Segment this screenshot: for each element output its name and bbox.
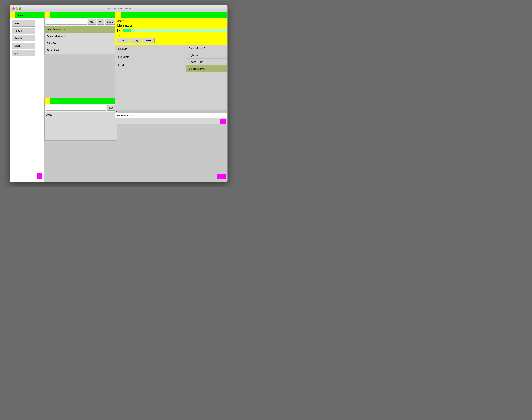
music-last-name: Marinacci [117,23,227,28]
people-item-jesse[interactable]: Jesse Marinacci [45,33,117,40]
music-panel: Josh Marinacci josh 707 – prev play n [115,12,227,124]
music-top-bar [115,12,227,18]
tracks-list: Catch Me I'm F Nighttime – Pr Closer – P… [186,45,227,110]
next-button[interactable]: next [142,38,155,43]
library-nav-col: Library Playlists Radio [115,45,186,110]
main-area: add edit delete Josh Marinacci Jesse Mar… [44,12,227,182]
dock-header-yellow [10,12,15,18]
dock-panel: Dock Music TextEdit People Clock quit [10,12,44,182]
people-panel: add edit delete Josh Marinacci Jesse Mar… [44,12,117,54]
music-button[interactable]: Music [12,20,35,27]
username-color-box [123,29,131,32]
nav-playlists[interactable]: Playlists [115,53,186,61]
delete-button[interactable]: delete [105,19,116,25]
maximize-button[interactable] [19,7,21,10]
username-input-bar [132,29,227,32]
edit-button[interactable]: edit [96,19,104,25]
textedit-body: some [45,112,117,140]
music-dash: – [123,33,124,36]
track-0[interactable]: Catch Me I'm F [186,45,227,52]
people-list: Josh Marinacci Jesse Marinacci Billy Bob… [45,26,117,54]
track-2[interactable]: Closer – Pret [186,59,227,65]
people-button[interactable]: People [12,35,35,41]
people-item-josh[interactable]: Josh Marinacci [45,26,117,33]
title-bar: rust-sdl2 demo: Video [10,5,227,12]
people-header [45,12,117,18]
library-tracks-col: Catch Me I'm F Nighttime – Pr Closer – P… [186,45,227,110]
text-content-line: some [46,113,115,116]
status-text: cool status bar [117,114,133,117]
username-label: josh [117,29,122,32]
status-bar: cool status bar [115,113,227,118]
clock-button[interactable]: Clock [12,43,35,49]
window-body: Dock Music TextEdit People Clock quit ad… [10,12,227,182]
dock-buttons: Music TextEdit People Clock quit [10,18,44,59]
add-button[interactable]: add [88,19,96,25]
textedit-input[interactable] [46,105,106,111]
music-first-name: Josh [117,19,227,23]
playback-controls: prev play next [117,38,227,43]
dock-magenta-accent [37,173,42,179]
people-item-billy[interactable]: Billy Bob [45,40,117,47]
scroll-left-arrow[interactable]: ◀ [115,110,118,113]
quit-button[interactable]: quit [12,50,35,56]
textedit-panel: save some [44,98,117,140]
people-item-tony[interactable]: Tony Stark [45,47,117,54]
people-toolbar: add edit delete [45,18,117,26]
music-number: 707 [117,33,122,36]
magenta-accent-1 [220,119,226,124]
minimize-button[interactable] [16,7,18,10]
nav-library[interactable]: Library [115,45,186,53]
prev-button[interactable]: prev [117,38,129,43]
people-header-yellow [45,12,50,18]
music-top-yellow [115,12,121,18]
magenta-accent-2 [218,174,226,179]
close-button[interactable] [12,7,15,10]
text-cursor-row [46,116,115,119]
number-row: 707 – [117,33,227,36]
textedit-toolbar: save [45,104,117,112]
music-panel-bottom [115,118,227,123]
textedit-button[interactable]: TextEdit [12,28,35,34]
horizontal-scrollbar[interactable]: ◀ ▶ [115,110,227,113]
dock-title: Dock [15,14,23,17]
main-window: rust-sdl2 demo: Video Dock Music TextEdi… [10,5,228,182]
window-title: rust-sdl2 demo: Video [107,7,131,10]
textedit-header-yellow [45,98,50,104]
save-button[interactable]: save [107,105,116,111]
window-controls [12,7,21,10]
music-info-section: Josh Marinacci josh 707 – prev play n [115,18,227,45]
play-button[interactable]: play [130,38,142,43]
people-search-input[interactable] [46,19,87,25]
username-row: josh [117,29,227,32]
track-3[interactable]: Golden Slumbe [186,65,227,72]
dock-header: Dock [10,12,44,18]
textedit-header [45,98,117,104]
library-section: Library Playlists Radio Catch Me I'm F N… [115,45,227,110]
text-content: some [46,113,52,116]
nav-radio[interactable]: Radio [115,61,186,70]
text-cursor [46,116,47,119]
track-1[interactable]: Nighttime – Pr [186,52,227,59]
